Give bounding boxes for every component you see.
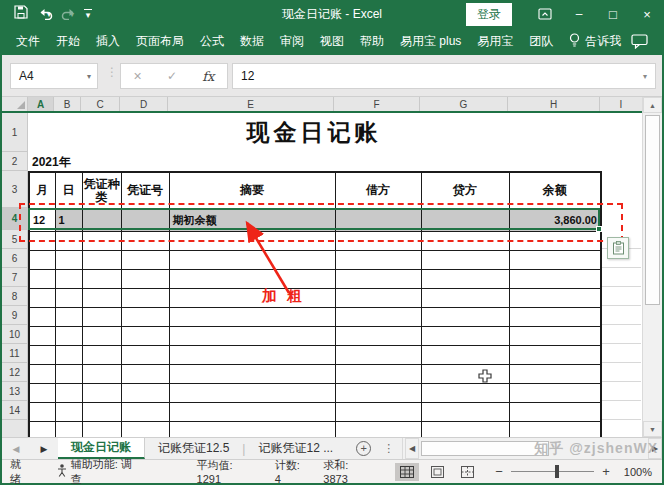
comments-icon[interactable] — [631, 34, 648, 49]
ribbon-tab-view[interactable]: 视图 — [312, 28, 352, 55]
normal-view-icon[interactable] — [395, 463, 419, 481]
column-header-B[interactable]: B — [54, 97, 81, 111]
header-voucher-no[interactable]: 凭证号 — [121, 172, 169, 209]
column-header-F[interactable]: F — [334, 97, 420, 111]
formula-input[interactable]: 12 ▾ — [232, 63, 656, 89]
row-header-10[interactable]: 10 — [2, 325, 27, 344]
page-break-view-icon[interactable] — [455, 463, 479, 481]
cell-G4[interactable] — [421, 209, 509, 231]
row-header-12[interactable]: 12 — [2, 363, 27, 382]
new-sheet-icon[interactable]: + — [356, 441, 371, 456]
ribbon-tab-file[interactable]: 文件 — [0, 28, 48, 55]
empty-row-14[interactable] — [29, 402, 601, 421]
row-header-15[interactable] — [2, 420, 27, 437]
row-header-8[interactable]: 8 — [2, 287, 27, 306]
save-icon[interactable] — [14, 5, 28, 23]
row-header-1[interactable]: 1 — [2, 113, 27, 152]
name-box-caret-icon[interactable]: ▾ — [87, 72, 91, 81]
formula-bar-expand-icon[interactable]: ▾ — [643, 72, 647, 81]
sheet-tab-voucher-12[interactable]: 记账凭证12 ... — [245, 438, 346, 459]
paste-options-icon[interactable] — [607, 237, 629, 259]
accessibility-status[interactable]: 辅助功能: 调查 — [57, 457, 139, 485]
count-status[interactable]: 计数: 4 — [275, 458, 307, 485]
ribbon-tab-formulas[interactable]: 公式 — [192, 28, 232, 55]
sum-status[interactable]: 求和: 3873 — [323, 458, 373, 485]
row-header-9[interactable]: 9 — [2, 306, 27, 325]
header-credit[interactable]: 贷方 — [421, 172, 509, 209]
cell-H4[interactable]: 3,860.00 — [509, 209, 601, 231]
name-box[interactable]: A4 ▾ — [10, 63, 98, 89]
header-voucher-type[interactable]: 凭证种类 — [82, 172, 121, 209]
zoom-slider-thumb[interactable] — [555, 465, 559, 478]
empty-row-11[interactable] — [29, 345, 601, 364]
sheet-nav-next-icon[interactable]: ▶ — [30, 438, 58, 459]
zoom-level[interactable]: 100% — [624, 466, 652, 478]
cancel-icon[interactable]: × — [134, 68, 142, 84]
redo-dropdown-caret[interactable]: ▾ — [70, 10, 74, 19]
ribbon-tab-home[interactable]: 开始 — [48, 28, 88, 55]
row-header-2[interactable]: 2 — [2, 152, 27, 171]
row-header-13[interactable]: 13 — [2, 382, 27, 401]
scroll-left-icon[interactable]: ◀ — [405, 438, 419, 459]
column-header-I[interactable]: I — [600, 97, 642, 111]
cell-B4[interactable]: 1 — [55, 209, 82, 231]
scroll-right-icon[interactable]: ▶ — [648, 438, 662, 459]
empty-row-15[interactable] — [29, 421, 601, 437]
row-header-3[interactable]: 3 — [2, 171, 27, 208]
scroll-up-icon[interactable]: ▲ — [643, 97, 662, 113]
empty-row-10[interactable] — [29, 326, 601, 345]
row-header-14[interactable]: 14 — [2, 401, 27, 420]
row-header-6[interactable]: 6 — [2, 249, 27, 268]
empty-row-12[interactable] — [29, 364, 601, 383]
column-header-D[interactable]: D — [120, 97, 168, 111]
empty-row-7[interactable] — [29, 269, 601, 288]
vertical-scrollbar[interactable]: ▲ ▼ — [642, 97, 662, 437]
header-month[interactable]: 月 — [29, 172, 55, 209]
average-status[interactable]: 平均值: 1291 — [197, 458, 257, 485]
page-layout-view-icon[interactable] — [425, 463, 449, 481]
undo-icon[interactable]: ▾ — [38, 8, 51, 20]
row-header-11[interactable]: 11 — [2, 344, 27, 363]
ribbon-tab-yiyongbao-plus[interactable]: 易用宝 plus — [392, 28, 469, 55]
zoom-out-icon[interactable]: − — [495, 464, 503, 479]
row-header-7[interactable]: 7 — [2, 268, 27, 287]
empty-row-8[interactable] — [29, 288, 601, 307]
header-summary[interactable]: 摘要 — [169, 172, 335, 209]
sheet-tab-more-icon[interactable]: ⋮ — [383, 442, 394, 455]
close-button[interactable]: × — [630, 0, 664, 28]
select-all-corner[interactable] — [2, 97, 28, 111]
empty-row-9[interactable] — [29, 307, 601, 326]
header-balance[interactable]: 余额 — [509, 172, 601, 209]
login-button[interactable]: 登录 — [466, 3, 512, 26]
empty-row-13[interactable] — [29, 383, 601, 402]
enter-icon[interactable]: ✓ — [167, 69, 177, 83]
tell-me-control[interactable]: 告诉我 — [561, 33, 629, 51]
horizontal-scroll-thumb[interactable] — [421, 441, 549, 456]
cell-E4[interactable]: 期初余额 — [169, 209, 335, 231]
sheet-tab-voucher-12-5[interactable]: 记账凭证12.5 — [145, 438, 242, 459]
ribbon-tab-help[interactable]: 帮助 — [352, 28, 392, 55]
row-header-4[interactable]: 4 — [2, 208, 27, 230]
header-debit[interactable]: 借方 — [335, 172, 421, 209]
column-header-G[interactable]: G — [420, 97, 508, 111]
column-header-E[interactable]: E — [168, 97, 334, 111]
ribbon-display-options-icon[interactable] — [528, 0, 562, 28]
insert-function-icon[interactable]: fx — [202, 69, 214, 84]
cell-C4[interactable] — [82, 209, 121, 231]
scroll-down-icon[interactable]: ▼ — [643, 421, 662, 437]
row-header-5[interactable]: 5 — [2, 230, 27, 249]
maximize-button[interactable]: □ — [596, 0, 630, 28]
vertical-scroll-thumb[interactable] — [645, 115, 660, 305]
ribbon-tab-insert[interactable]: 插入 — [88, 28, 128, 55]
cell-D4[interactable] — [121, 209, 169, 231]
ribbon-tab-team[interactable]: 团队 — [521, 28, 561, 55]
undo-dropdown-caret[interactable]: ▾ — [47, 10, 51, 19]
ribbon-tab-yiyongbao[interactable]: 易用宝 — [469, 28, 521, 55]
zoom-in-icon[interactable]: + — [602, 464, 610, 479]
column-header-C[interactable]: C — [81, 97, 120, 111]
column-header-H[interactable]: H — [508, 97, 600, 111]
cell-A4[interactable]: 12 — [29, 209, 55, 231]
fill-handle[interactable] — [596, 226, 602, 232]
zoom-slider[interactable] — [511, 471, 594, 472]
ribbon-tab-review[interactable]: 审阅 — [272, 28, 312, 55]
